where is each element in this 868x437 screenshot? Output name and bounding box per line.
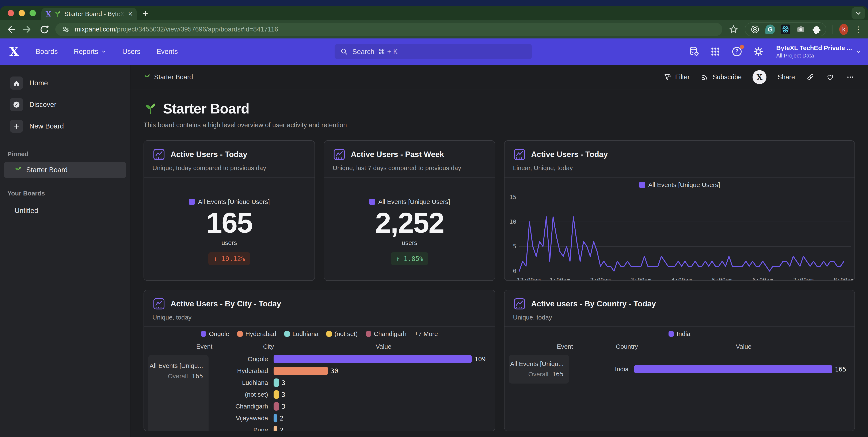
- board-owner-avatar[interactable]: X: [752, 70, 767, 84]
- bar-row[interactable]: Hyderabad30: [144, 365, 491, 377]
- line-chart[interactable]: 05101512:00am1:00am2:00am3:00am4:00am5:0…: [504, 190, 853, 281]
- bar[interactable]: [634, 365, 832, 373]
- back-button[interactable]: [6, 24, 16, 35]
- bar[interactable]: [274, 378, 279, 387]
- card-active-users-line-chart: Active Users - Today Linear, Unique, tod…: [504, 140, 855, 281]
- browser-tab[interactable]: X Starter Board - ByteXL Tec ×: [41, 8, 137, 20]
- react-devtools-extension-icon[interactable]: [781, 25, 790, 34]
- screenshot-extension-icon[interactable]: [796, 25, 806, 34]
- bar-row[interactable]: India165: [504, 363, 850, 375]
- bar[interactable]: [274, 355, 472, 363]
- line-chart-body[interactable]: All Events [Unique Users] 05101512:00am1…: [504, 181, 855, 281]
- insights-chart-icon: [152, 297, 165, 311]
- legend-label: All Events [Unique Users]: [198, 198, 270, 205]
- share-button[interactable]: Share: [777, 73, 795, 81]
- nav-boards[interactable]: Boards: [36, 48, 58, 56]
- sidebar-item-home[interactable]: Home: [0, 74, 130, 92]
- tab-search-button[interactable]: [851, 7, 865, 20]
- nav-reports[interactable]: Reports: [74, 48, 106, 56]
- site-settings-icon[interactable]: [61, 25, 70, 34]
- nav-right-icons: ? ByteXL TechEd Private ... All Project …: [688, 38, 862, 65]
- address-bar[interactable]: mixpanel.com/project/3455032/view/395769…: [55, 23, 722, 36]
- sidebar-item-new-board[interactable]: New Board: [0, 117, 130, 135]
- svg-text:15: 15: [509, 194, 516, 200]
- forward-button[interactable]: [22, 24, 32, 35]
- data-management-icon[interactable]: [688, 46, 700, 57]
- favorite-heart-icon[interactable]: [826, 73, 835, 82]
- maximize-window-button[interactable]: [30, 10, 36, 16]
- sidebar-item-discover[interactable]: Discover: [0, 95, 130, 114]
- bar-row[interactable]: Ludhiana3: [144, 377, 491, 388]
- svg-text:10: 10: [509, 218, 516, 225]
- project-switcher[interactable]: ByteXL TechEd Private ... All Project Da…: [774, 45, 862, 59]
- nav-users[interactable]: Users: [122, 48, 141, 56]
- bar[interactable]: [274, 367, 328, 375]
- bar-row[interactable]: (not set)3: [144, 388, 491, 401]
- bookmark-star-icon[interactable]: [729, 24, 738, 35]
- legend-item[interactable]: (not set): [327, 330, 358, 338]
- project-scope: All Project Data: [776, 52, 852, 59]
- legend-item[interactable]: Ludhiana: [284, 330, 318, 338]
- metric-value: 2,252: [375, 206, 444, 239]
- filter-button[interactable]: Filter: [663, 73, 690, 81]
- legend-item[interactable]: Chandigarh: [366, 330, 407, 338]
- svg-text:3:00am: 3:00am: [631, 277, 651, 281]
- browser-menu-icon[interactable]: ⋮: [855, 28, 862, 31]
- mixpanel-logo[interactable]: X: [9, 45, 19, 59]
- settings-gear-icon[interactable]: [752, 46, 764, 57]
- metric-body[interactable]: All Events [Unique Users] 2,252 users ↑ …: [324, 177, 495, 281]
- sidebar-item-starter-board[interactable]: Starter Board: [4, 162, 126, 178]
- reload-button[interactable]: [39, 24, 49, 35]
- grammarly-extension-icon[interactable]: G: [766, 25, 775, 34]
- apps-grid-icon[interactable]: [710, 46, 721, 57]
- bar[interactable]: [274, 390, 279, 399]
- subscribe-button[interactable]: Subscribe: [701, 73, 742, 81]
- column-header-city: City: [263, 343, 274, 350]
- extensions-puzzle-icon[interactable]: [811, 25, 821, 34]
- orbit-extension-icon[interactable]: [750, 25, 760, 34]
- legend-item[interactable]: Ongole: [201, 330, 229, 338]
- close-window-button[interactable]: [8, 10, 14, 16]
- new-tab-button[interactable]: +: [143, 8, 148, 19]
- notification-dot: [740, 45, 744, 49]
- insights-chart-icon: [513, 297, 526, 311]
- breadcrumb[interactable]: Starter Board: [144, 73, 193, 81]
- line-series[interactable]: [519, 217, 844, 271]
- window-controls: [8, 10, 36, 16]
- sidebar-item-label: Discover: [29, 100, 56, 109]
- legend-more[interactable]: +7 More: [414, 330, 438, 338]
- chevron-down-icon: [855, 49, 862, 55]
- browser-profile-avatar[interactable]: k: [839, 24, 848, 35]
- minimize-window-button[interactable]: [19, 10, 25, 16]
- legend-swatch: [284, 331, 290, 337]
- metric-body[interactable]: All Events [Unique Users] 165 users ↓ 19…: [144, 177, 314, 281]
- bar[interactable]: [274, 402, 279, 411]
- legend-label: (not set): [334, 330, 358, 338]
- legend-item[interactable]: India: [669, 330, 690, 338]
- card-title: Active users - By Country - Today: [531, 299, 656, 308]
- copy-link-button[interactable]: [806, 73, 815, 82]
- cards-grid: Active Users - Today Unique, today compa…: [130, 129, 868, 431]
- help-icon[interactable]: ?: [731, 46, 743, 57]
- bar-category-label: (not set): [144, 391, 274, 398]
- card-title: Active Users - Today: [531, 150, 608, 159]
- nav-events[interactable]: Events: [156, 48, 178, 56]
- chevron-down-icon: [855, 10, 862, 17]
- breadcrumb-label: Starter Board: [154, 73, 193, 81]
- search-input[interactable]: Search ⌘ + K: [335, 44, 532, 59]
- bar-row[interactable]: Pune2: [144, 424, 491, 431]
- bar-row[interactable]: Ongole109: [144, 353, 491, 365]
- search-placeholder: Search ⌘ + K: [352, 48, 398, 56]
- url-path: /project/3455032/view/3957696/app/boards…: [115, 26, 278, 33]
- legend-swatch: [201, 331, 206, 337]
- sidebar-item-untitled[interactable]: Untitled: [0, 201, 130, 215]
- bar[interactable]: [274, 414, 277, 423]
- bar-row[interactable]: Vijayawada2: [144, 412, 491, 424]
- more-options-icon[interactable]: [846, 72, 855, 82]
- legend-item[interactable]: Hyderabad: [237, 330, 276, 338]
- pinned-board-label: Starter Board: [26, 166, 67, 174]
- mixpanel-favicon: X: [45, 10, 51, 18]
- bar[interactable]: [274, 426, 277, 431]
- bar-row[interactable]: Chandigarh3: [144, 401, 491, 412]
- tab-close-icon[interactable]: ×: [128, 10, 132, 18]
